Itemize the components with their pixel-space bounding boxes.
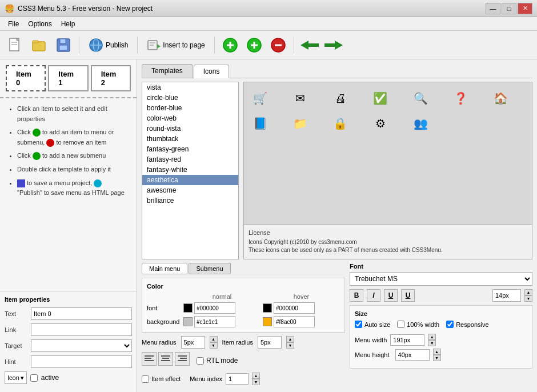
menu-nav-item-2[interactable]: Item 2 bbox=[91, 65, 131, 91]
icon-cart[interactable]: 🛒 bbox=[249, 87, 271, 110]
text-input[interactable] bbox=[31, 307, 132, 320]
menu-options[interactable]: Options bbox=[23, 19, 56, 29]
new-button[interactable] bbox=[5, 34, 26, 56]
menu-width-down[interactable]: ▼ bbox=[428, 340, 436, 346]
item-radius-up[interactable]: ▲ bbox=[286, 336, 294, 342]
menu-width-input[interactable] bbox=[390, 334, 424, 346]
menu-index-down[interactable]: ▼ bbox=[252, 379, 260, 385]
menu-help[interactable]: Help bbox=[57, 19, 80, 29]
icons-list-item-vista[interactable]: vista bbox=[142, 82, 238, 93]
icons-list-item-fantasy-white[interactable]: fantasy-white bbox=[142, 165, 238, 175]
menu-height-down[interactable]: ▼ bbox=[433, 355, 441, 361]
sub-tab-submenu[interactable]: Submenu bbox=[189, 263, 230, 274]
font-size-up[interactable]: ▲ bbox=[524, 289, 532, 295]
item-effect-checkbox[interactable] bbox=[142, 375, 149, 383]
menu-index-input[interactable] bbox=[226, 373, 249, 385]
font-size-input[interactable] bbox=[492, 289, 521, 302]
icons-list-item-color-web[interactable]: color-web bbox=[142, 113, 238, 123]
icons-list-item-awesome[interactable]: awesome bbox=[142, 185, 238, 195]
icon-check[interactable]: ✅ bbox=[369, 87, 392, 110]
menu-radius-up[interactable]: ▲ bbox=[210, 336, 218, 342]
item-radius-input[interactable] bbox=[258, 336, 282, 349]
icon-lock[interactable]: 🔒 bbox=[329, 112, 352, 135]
align-center-button[interactable] bbox=[158, 352, 173, 366]
close-button[interactable]: ✕ bbox=[518, 3, 532, 14]
svg-marker-24 bbox=[300, 41, 308, 50]
maximize-button[interactable]: □ bbox=[502, 3, 516, 14]
active-checkbox[interactable] bbox=[30, 374, 38, 382]
font-size-down[interactable]: ▼ bbox=[524, 295, 532, 302]
bg-hover-swatch[interactable] bbox=[263, 317, 272, 326]
minimize-button[interactable]: — bbox=[486, 3, 500, 14]
icon-home[interactable]: 🏠 bbox=[490, 87, 512, 110]
move-left-button[interactable] bbox=[299, 34, 320, 56]
icons-list-item-aesthetica[interactable]: aesthetica bbox=[142, 175, 238, 185]
icons-list-item-round-vista[interactable]: round-vista bbox=[142, 123, 238, 134]
font-normal-swatch[interactable] bbox=[183, 303, 193, 313]
hint-input[interactable] bbox=[31, 355, 132, 368]
font-name-select[interactable]: Trebuchet MS Arial Times New Roman Verda… bbox=[350, 272, 532, 286]
help-text: Click an item to select it and edit prop… bbox=[0, 98, 137, 291]
menu-file[interactable]: File bbox=[3, 19, 23, 29]
icon-dropdown[interactable]: Icon ▾ bbox=[5, 371, 27, 384]
insert-button[interactable]: Insert to page bbox=[142, 36, 209, 54]
add-sub-button[interactable] bbox=[243, 34, 265, 56]
menu-index-up[interactable]: ▲ bbox=[252, 373, 260, 379]
icon-users[interactable]: 👥 bbox=[409, 112, 432, 135]
align-right-button[interactable] bbox=[175, 352, 190, 366]
icons-list[interactable]: vista circle-blue border-blue color-web … bbox=[142, 82, 239, 259]
font-hover-swatch[interactable] bbox=[263, 303, 272, 313]
target-select[interactable]: _blank _self _parent _top bbox=[31, 339, 132, 352]
tab-icons[interactable]: Icons bbox=[194, 65, 230, 78]
publish-button[interactable]: Publish bbox=[84, 35, 133, 55]
bold-button[interactable]: B bbox=[350, 289, 363, 302]
open-button[interactable] bbox=[29, 34, 50, 56]
item-radius-down[interactable]: ▼ bbox=[286, 342, 294, 349]
menu-radius-input[interactable] bbox=[181, 336, 205, 349]
menu-radius-down[interactable]: ▼ bbox=[210, 342, 218, 349]
item-properties-panel: Item properties Text Link Target _blank … bbox=[0, 291, 137, 392]
icons-list-item-thumbtack[interactable]: thumbtack bbox=[142, 134, 238, 144]
bg-normal-input[interactable] bbox=[194, 316, 235, 327]
icon-search[interactable]: 🔍 bbox=[409, 87, 432, 110]
save-button[interactable] bbox=[53, 34, 74, 56]
menu-nav-item-1[interactable]: Item 1 bbox=[48, 65, 88, 91]
icon-gear[interactable]: ⚙ bbox=[369, 112, 392, 135]
tab-templates[interactable]: Templates bbox=[142, 64, 193, 78]
rtl-checkbox[interactable] bbox=[197, 357, 204, 365]
help-line-4: Double click a template to apply it bbox=[17, 165, 129, 175]
add-item-button[interactable] bbox=[219, 34, 241, 56]
italic-button[interactable]: I bbox=[367, 289, 380, 302]
menu-width-up[interactable]: ▲ bbox=[428, 334, 436, 340]
font-hover-input[interactable] bbox=[274, 302, 315, 314]
icon-help[interactable]: ❓ bbox=[449, 87, 472, 110]
underline-button[interactable]: U bbox=[384, 289, 398, 302]
icons-list-item-fantasy-green[interactable]: fantasy-green bbox=[142, 144, 238, 154]
menu-nav-item-0[interactable]: Item 0 bbox=[6, 65, 46, 91]
move-right-button[interactable] bbox=[323, 34, 344, 56]
sub-tab-mainmenu[interactable]: Main menu bbox=[142, 263, 187, 274]
strikethrough-button[interactable]: U bbox=[401, 289, 415, 302]
icon-mail[interactable]: ✉ bbox=[288, 87, 311, 110]
responsive-checkbox[interactable] bbox=[446, 321, 454, 328]
width100-checkbox[interactable] bbox=[397, 321, 404, 328]
hover-header: hover bbox=[263, 293, 340, 300]
icons-list-item-fantasy-red[interactable]: fantasy-red bbox=[142, 154, 238, 165]
bg-normal-swatch[interactable] bbox=[183, 317, 193, 326]
menu-height-up[interactable]: ▲ bbox=[433, 349, 441, 355]
icon-folder[interactable]: 📁 bbox=[288, 112, 311, 135]
remove-button[interactable] bbox=[267, 34, 289, 56]
icons-list-item-border-blue[interactable]: border-blue bbox=[142, 103, 238, 113]
font-normal-input[interactable] bbox=[194, 302, 235, 314]
menu-height-input[interactable] bbox=[395, 349, 430, 361]
icon-book[interactable]: 📘 bbox=[249, 112, 271, 135]
icon-printer[interactable]: 🖨 bbox=[329, 87, 352, 110]
icons-license: License Icons Copyright (c)2010 by css3m… bbox=[244, 224, 532, 259]
auto-size-checkbox[interactable] bbox=[355, 321, 362, 328]
icons-list-item-circle-blue[interactable]: circle-blue bbox=[142, 93, 238, 103]
align-left-button[interactable] bbox=[142, 352, 157, 366]
icons-list-item-brilliance[interactable]: brilliance bbox=[142, 195, 238, 206]
bg-hover-input[interactable] bbox=[274, 316, 315, 327]
link-input[interactable] bbox=[31, 323, 132, 336]
svg-rect-27 bbox=[324, 43, 335, 47]
